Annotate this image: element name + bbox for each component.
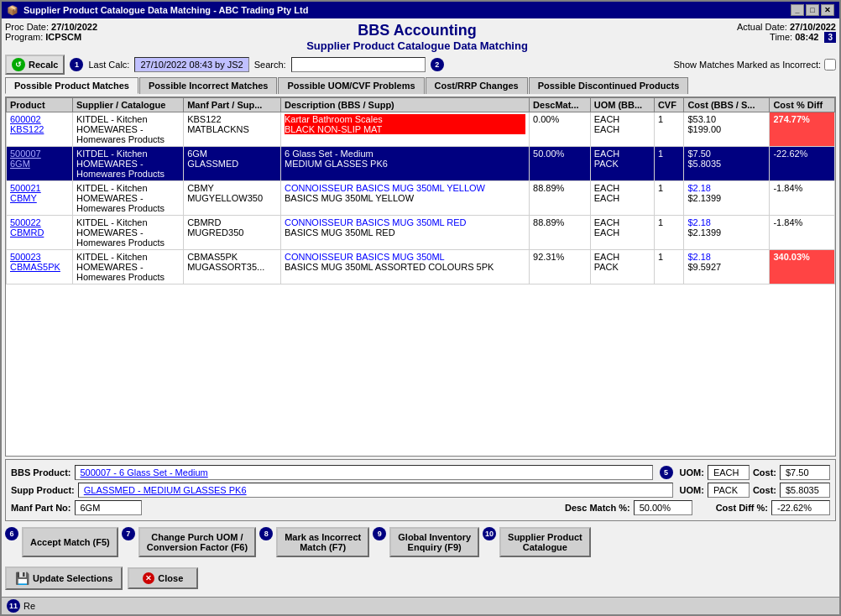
cell-product: 500021 CBMY: [7, 181, 73, 216]
product-link-2b[interactable]: 6GM: [10, 159, 30, 169]
badge-6: 6: [5, 527, 18, 540]
show-matches-label: Show Matches Marked as Incorrect:: [674, 60, 821, 70]
status-text: Re: [24, 601, 35, 611]
cell-cost: $2.18$9.5927: [684, 250, 770, 285]
close-window-button[interactable]: ✕ Close: [128, 567, 198, 589]
tab-possible-uom-cvf-problems[interactable]: Possible UOM/CVF Problems: [278, 77, 424, 94]
status-bar: 11 Re: [2, 597, 839, 614]
cell-costdiff: -22.62%: [770, 147, 835, 181]
maximize-button[interactable]: □: [806, 4, 819, 16]
product-link-5[interactable]: 500023: [10, 252, 41, 262]
col-supplier: Supplier / Catalogue: [72, 98, 183, 112]
cell-desc: CONNOISSEUR BASICS MUG 350ML BASICS MUG …: [280, 250, 529, 285]
cost-label-2: Cost:: [753, 485, 776, 495]
col-uom: UOM (BB...: [590, 98, 654, 112]
cell-desc: 6 Glass Set - MediumMEDIUM GLASSES PK6: [280, 147, 529, 181]
product-link-5b[interactable]: CBMAS5PK: [10, 262, 60, 272]
show-matches-section: Show Matches Marked as Incorrect:: [674, 59, 836, 70]
tab-possible-product-matches[interactable]: Possible Product Matches: [5, 77, 138, 94]
table-row[interactable]: 500021 CBMY KITDEL - KitchenHOMEWARES -H…: [7, 181, 835, 216]
program-label: Program:: [5, 32, 43, 42]
time-value: 08:42: [795, 32, 818, 42]
table-row[interactable]: 500023 CBMAS5PK KITDEL - KitchenHOMEWARE…: [7, 250, 835, 285]
cell-uom: EACHEACH: [590, 216, 654, 250]
cell-desc: CONNOISSEUR BASICS MUG 350ML YELLOW BASI…: [280, 181, 529, 216]
badge-5: 5: [660, 466, 673, 479]
cell-uom: EACHPACK: [590, 250, 654, 285]
cell-cost: $53.10$199.00: [684, 112, 770, 147]
header-left: Proc Date: 27/10/2022 Program: ICPSCM: [5, 22, 97, 42]
bbs-product-value[interactable]: 500007 - 6 Glass Set - Medium: [75, 465, 653, 480]
col-cost: Cost (BBS / S...: [684, 98, 770, 112]
bbs-product-label: BBS Product:: [11, 467, 71, 478]
product-link-3b[interactable]: CBMY: [10, 193, 37, 203]
badge-1: 1: [70, 58, 83, 71]
cell-manf: CBMAS5PKMUGASSORT35...: [184, 250, 281, 285]
table-row[interactable]: 600002 KBS122 KITDEL - KitchenHOMEWARES …: [7, 112, 835, 147]
tab-possible-incorrect-matches[interactable]: Possible Incorrect Matches: [139, 77, 277, 94]
cell-cvf: 1: [654, 181, 684, 216]
cell-descmat: 92.31%: [530, 250, 591, 285]
cost-value-1: $7.50: [780, 465, 830, 480]
uom-value-1: EACH: [708, 465, 750, 480]
uom-label-2: UOM:: [680, 485, 704, 495]
update-selections-button[interactable]: 💾 Update Selections: [5, 566, 123, 590]
cell-descmat: 88.89%: [530, 216, 591, 250]
cell-product: 500022 CBMRD: [7, 216, 73, 250]
app-icon: 📦: [7, 5, 18, 16]
product-link-4[interactable]: 500022: [10, 217, 41, 227]
cell-supplier: KITDEL - KitchenHOMEWARES -Homewares Pro…: [72, 181, 183, 216]
supplier-product-catalogue-button[interactable]: Supplier ProductCatalogue: [499, 527, 591, 557]
mark-incorrect-match-button[interactable]: Mark as IncorrectMatch (F7): [276, 527, 369, 557]
product-link-2[interactable]: 500007: [10, 149, 41, 159]
cell-supplier: KITDEL - KitchenHOMEWARES -Homewares Pro…: [72, 216, 183, 250]
cell-cvf: 1: [654, 112, 684, 147]
product-link-1b[interactable]: KBS122: [10, 124, 44, 134]
badge-3: 3: [824, 32, 836, 43]
desc-match-label: Desc Match %:: [565, 503, 630, 513]
product-link-4b[interactable]: CBMRD: [10, 227, 44, 238]
cell-desc: Kartar Bathroom Scales BLACK NON-SLIP MA…: [280, 112, 529, 147]
main-window: 📦 Supplier Product Catalogue Data Matchi…: [0, 0, 841, 616]
col-manf: Manf Part / Sup...: [184, 98, 281, 112]
product-link-1[interactable]: 600002: [10, 114, 41, 124]
minimize-button[interactable]: _: [791, 4, 804, 16]
product-link-3[interactable]: 500021: [10, 183, 41, 193]
close-button[interactable]: ✕: [821, 4, 834, 16]
program-value: ICPSCM: [45, 32, 81, 42]
data-table-container: Product Supplier / Catalogue Manf Part /…: [5, 97, 836, 457]
cell-cost: $7.50$5.8035: [684, 147, 770, 181]
cell-uom: EACHEACH: [590, 112, 654, 147]
tab-cost-rrp-changes[interactable]: Cost/RRP Changes: [426, 77, 528, 94]
accept-match-button[interactable]: Accept Match (F5): [22, 527, 118, 557]
cell-uom: EACHEACH: [590, 181, 654, 216]
search-input[interactable]: [291, 57, 426, 72]
cell-cvf: 1: [654, 216, 684, 250]
proc-date-label: Proc Date:: [5, 22, 49, 32]
close-icon: ✕: [143, 572, 154, 584]
col-cost-diff: Cost % Diff: [770, 98, 835, 112]
table-row[interactable]: 500022 CBMRD KITDEL - KitchenHOMEWARES -…: [7, 216, 835, 250]
tab-possible-discontinued-products[interactable]: Possible Discontinued Products: [529, 77, 689, 94]
show-matches-checkbox[interactable]: [824, 59, 836, 70]
uom-value-2: PACK: [708, 483, 750, 498]
supp-product-value[interactable]: GLASSMED - MEDIUM GLASSES PK6: [78, 483, 673, 498]
recalc-label: Recalc: [29, 60, 58, 70]
change-purch-uom-button[interactable]: Change Purch UOM /Conversion Factor (F6): [138, 527, 256, 557]
table-row[interactable]: 500007 6GM KITDEL - KitchenHOMEWARES -Ho…: [7, 147, 835, 181]
badge-7: 7: [122, 527, 135, 540]
header-right: Actual Date: 27/10/2022 Time: 08:42 3: [737, 22, 836, 42]
search-label: Search:: [254, 60, 286, 70]
cell-manf: 6GMGLASSMED: [184, 147, 281, 181]
action-buttons-row: 6 Accept Match (F5) 7 Change Purch UOM /…: [5, 524, 836, 561]
close-label: Close: [158, 573, 183, 583]
cell-supplier: KITDEL - KitchenHOMEWARES -Homewares Pro…: [72, 112, 183, 147]
manf-part-label: Manf Part No:: [11, 503, 71, 513]
global-inventory-enquiry-button[interactable]: Global InventoryEnquiry (F9): [389, 527, 479, 557]
recalc-button[interactable]: ↺ Recalc: [5, 55, 65, 75]
cell-supplier: KITDEL - KitchenHOMEWARES -Homewares Pro…: [72, 147, 183, 181]
update-label: Update Selections: [33, 573, 112, 583]
app-subtitle: Supplier Product Catalogue Data Matching: [97, 39, 737, 52]
cell-costdiff: -1.84%: [770, 181, 835, 216]
cell-descmat: 88.89%: [530, 181, 591, 216]
